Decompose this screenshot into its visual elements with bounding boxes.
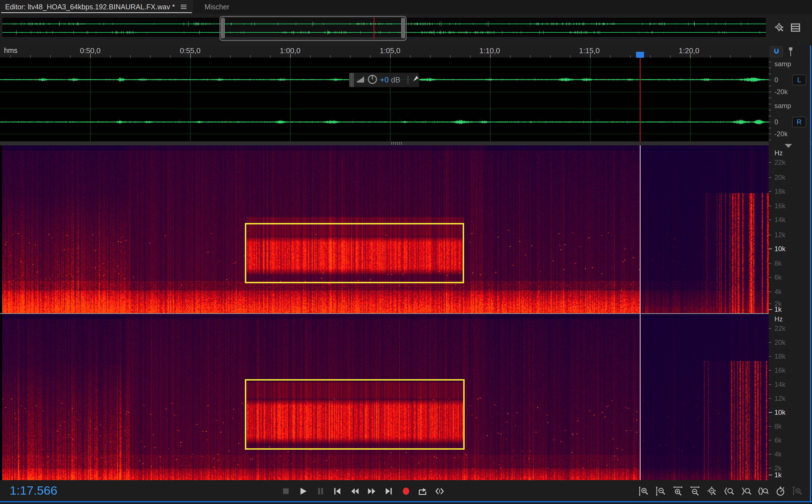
scale-tick (769, 370, 771, 371)
playhead-line-spectrogram-right (640, 314, 641, 480)
overview-viewport-bracket[interactable] (220, 16, 407, 41)
fast-forward-button[interactable] (365, 485, 378, 498)
zoom-in-horizontal-button[interactable] (671, 485, 685, 498)
pause-button[interactable] (314, 485, 327, 498)
scale-tick (769, 110, 771, 110)
scale-tick (769, 328, 771, 329)
scale-tick (769, 62, 771, 62)
zoom-to-out-point-button[interactable] (740, 485, 753, 498)
volume-bars-icon (356, 75, 365, 85)
channel-badge-left[interactable]: L (792, 75, 806, 85)
freq-tick-label: 10k (774, 408, 786, 416)
scale-tick (769, 249, 772, 249)
scale-tick (769, 140, 771, 140)
gain-knob-icon[interactable] (367, 74, 378, 86)
scale-tick (769, 162, 771, 163)
audition-editor-window: Editor: ltv48_HOA3_64kbps.192.BINAURAL.F… (0, 0, 812, 504)
tab-editor[interactable]: Editor: ltv48_HOA3_64kbps.192.BINAURAL.F… (0, 0, 193, 14)
viewport-left-handle[interactable] (221, 18, 225, 38)
scale-tick (769, 92, 771, 92)
scale-tick (769, 342, 771, 343)
collapse-arrow-icon[interactable] (785, 144, 792, 148)
scale-tick (769, 68, 771, 68)
play-button[interactable] (296, 485, 310, 498)
freq-tick-label: 10k (774, 245, 786, 253)
stop-button[interactable] (279, 485, 292, 498)
scale-tick (769, 468, 771, 468)
view-split-divider[interactable] (0, 141, 812, 145)
rewind-button[interactable] (348, 485, 361, 498)
loop-playback-button[interactable] (416, 485, 429, 498)
skip-to-end-button[interactable] (382, 485, 395, 498)
timer-button[interactable] (774, 485, 787, 498)
time-display[interactable]: 1:17.566 (10, 484, 57, 497)
tab-mischer[interactable]: Mischer (199, 0, 235, 14)
gain-value[interactable]: +0 (380, 76, 389, 84)
scale-tick (769, 235, 771, 235)
freq-tick-label: 12k (774, 394, 786, 402)
scale-tick (769, 263, 771, 264)
panel-tab-bar: Editor: ltv48_HOA3_64kbps.192.BINAURAL.F… (0, 0, 812, 14)
freq-tick-label: 22k (774, 158, 786, 166)
skip-selection-button[interactable] (433, 485, 446, 498)
hud-drag-grip[interactable] (349, 73, 354, 87)
scale-tick (769, 356, 771, 357)
zoom-out-full-button[interactable] (706, 485, 719, 498)
zoom-out-vertical-button[interactable] (654, 485, 667, 498)
amp-tick-label: -20k (774, 130, 788, 138)
freq-tick-label: 4k (774, 450, 782, 458)
skip-to-start-button[interactable] (331, 485, 344, 498)
freq-tick-label: 8k (774, 422, 782, 430)
timeline-ruler[interactable]: hms 0:50,0 0:55,0 1:00,0 1:05,0 1:10,0 1… (0, 46, 812, 58)
amp-unit-label: samp (774, 60, 791, 68)
marker-pin-icon[interactable] (786, 47, 795, 58)
scale-tick (769, 80, 771, 80)
freq-tick-label: 1k (774, 305, 782, 313)
amp-tick-label: 0 (774, 76, 778, 84)
scale-tick (769, 122, 771, 122)
zoom-out-full-icon[interactable] (773, 22, 786, 34)
overview-playhead (374, 18, 374, 39)
gain-hud[interactable]: +0 dB (349, 73, 419, 87)
scale-tick (769, 292, 771, 292)
scale-tick (769, 440, 771, 441)
view-split-grip[interactable] (391, 142, 403, 145)
spectral-selection-box-right[interactable] (245, 379, 465, 450)
scale-tick (769, 128, 771, 128)
panel-menu-icon[interactable] (179, 3, 188, 11)
freq-unit-label: Hz (774, 315, 783, 323)
scale-tick (769, 98, 771, 98)
scale-tick (769, 412, 772, 413)
status-transport-bar: 1:17.566 (0, 481, 812, 501)
amp-tick-label: 0 (774, 118, 778, 126)
zoom-to-in-point-button[interactable] (723, 485, 736, 498)
zoom-out-horizontal-button[interactable] (689, 485, 702, 498)
panel-focus-border-bottom (0, 501, 812, 502)
scale-tick (769, 104, 771, 104)
spectral-selection-box-left[interactable] (245, 223, 464, 283)
pin-hud-icon[interactable] (411, 75, 419, 84)
scale-tick (769, 475, 772, 475)
ruler-ticks (0, 53, 769, 58)
scale-tick (769, 220, 771, 220)
scale-tick (769, 134, 771, 134)
amp-tick-label: -20k (774, 88, 788, 96)
playhead-line-waveform (640, 58, 641, 141)
freq-tick-label: 14k (774, 216, 786, 224)
editor-layout-icon[interactable] (789, 22, 802, 34)
viewport-right-handle[interactable] (401, 18, 405, 38)
zoom-to-selection-button[interactable] (757, 485, 770, 498)
zoom-in-vertical-button[interactable] (637, 485, 650, 498)
tab-editor-label: Editor: ltv48_HOA3_64kbps.192.BINAURAL.F… (5, 3, 175, 11)
snap-toggle-button[interactable] (770, 46, 783, 57)
record-button[interactable] (399, 485, 413, 498)
freq-tick-label: 16k (774, 202, 786, 210)
freq-tick-label: 20k (774, 173, 786, 181)
playhead-line-spectrogram-left (640, 145, 641, 313)
waveform-display[interactable] (0, 58, 769, 141)
channel-badge-right[interactable]: R (792, 117, 806, 127)
scale-tick (769, 384, 771, 385)
scale-tick (769, 426, 771, 427)
panel-focus-border-right (810, 46, 811, 501)
freq-unit-label: Hz (774, 149, 783, 157)
